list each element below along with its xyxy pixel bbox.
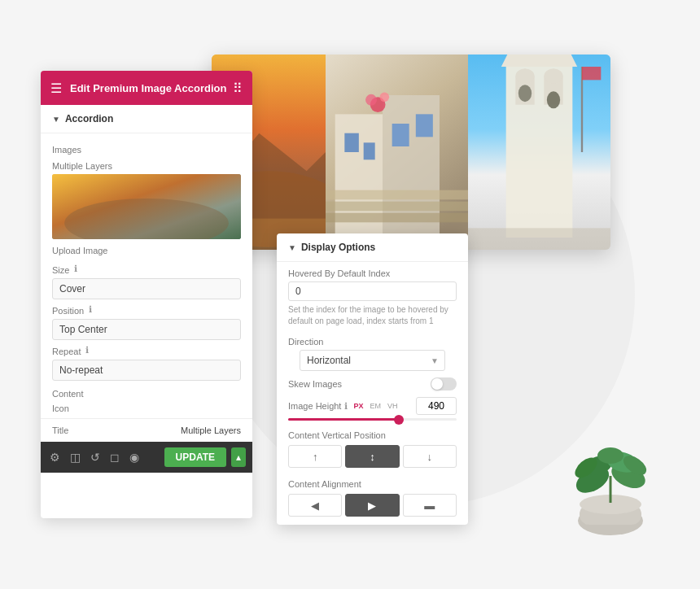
svg-point-22 — [544, 68, 562, 84]
align-center-btn[interactable]: ▶ — [345, 494, 399, 517]
unit-px[interactable]: PX — [351, 401, 365, 411]
size-label: Size — [52, 265, 69, 275]
preview-icon[interactable]: ◉ — [127, 451, 142, 464]
hovered-index-label: Hovered By Default Index — [288, 268, 457, 278]
image-height-row: Image Height ℹ PX EM VH — [277, 390, 468, 415]
hovered-hint: Set the index for the image to be hovere… — [277, 301, 468, 330]
responsive-icon[interactable]: ◻ — [107, 451, 122, 464]
svg-rect-11 — [326, 190, 468, 200]
svg-rect-9 — [392, 124, 409, 146]
form-section: Images Multiple Layers — [41, 133, 252, 386]
grid-icon[interactable]: ⠿ — [233, 81, 243, 96]
update-button[interactable]: UPDATE — [164, 447, 226, 467]
accordion-header[interactable]: ▼ Accordion — [41, 105, 252, 133]
layers-icon[interactable]: ◫ — [68, 451, 83, 464]
upload-image-label[interactable]: Upload Image — [52, 246, 241, 255]
image-height-input[interactable] — [416, 397, 457, 415]
repeat-info-icon[interactable]: ℹ — [85, 345, 89, 356]
alignment-btn-group: ◀ ▶ ▬ — [277, 494, 468, 517]
editor-panel: ☰ Edit Premium Image Accordion ⠿ ▼ Accor… — [41, 71, 252, 518]
repeat-row: Repeat ℹ — [52, 340, 241, 360]
size-value[interactable]: Cover — [52, 278, 241, 299]
content-label: Content — [41, 386, 252, 400]
skew-label: Skew Images — [288, 379, 342, 389]
title-value: Multiple Layers — [181, 425, 241, 435]
repeat-value[interactable]: No-repeat — [52, 360, 241, 381]
accordion-label: Accordion — [65, 113, 113, 124]
vertical-position-field: Content Vertical Position — [277, 424, 468, 440]
accordion-image-2 — [326, 55, 468, 250]
svg-rect-6 — [344, 133, 359, 152]
direction-label: Direction — [288, 337, 457, 347]
accordion-arrow: ▼ — [52, 115, 60, 124]
slider-track — [288, 418, 457, 421]
height-label-wrap: Image Height ℹ PX EM VH — [288, 401, 400, 412]
hamburger-icon[interactable]: ☰ — [50, 81, 62, 96]
alignment-field: Content Alignment — [277, 473, 468, 489]
vertical-top-btn[interactable]: ↑ — [288, 445, 342, 468]
settings-icon[interactable]: ⚙ — [47, 451, 63, 464]
vertical-middle-btn[interactable]: ↕ — [345, 445, 399, 468]
skew-toggle[interactable] — [431, 377, 457, 390]
svg-point-20 — [515, 68, 534, 84]
update-dropdown-button[interactable]: ▴ — [231, 447, 246, 467]
position-row: Position ℹ — [52, 299, 241, 319]
undo-icon[interactable]: ↺ — [88, 451, 103, 464]
direction-field: Direction Horizontal Vertical ▼ — [277, 330, 468, 371]
position-label: Position — [52, 306, 84, 316]
unit-vh[interactable]: VH — [385, 401, 400, 411]
align-right-btn[interactable]: ▬ — [403, 494, 457, 517]
direction-select[interactable]: Horizontal Vertical — [300, 350, 445, 371]
hovered-index-input[interactable] — [288, 281, 457, 301]
svg-point-16 — [380, 93, 390, 103]
position-info-icon[interactable]: ℹ — [89, 304, 92, 315]
accordion-image-3 — [468, 55, 610, 250]
size-info-icon[interactable]: ℹ — [74, 264, 77, 274]
icon-label: Icon — [41, 400, 252, 415]
preview-image — [52, 174, 241, 239]
repeat-label: Repeat — [52, 347, 81, 356]
svg-rect-13 — [326, 213, 468, 223]
vertical-bottom-btn[interactable]: ↓ — [403, 445, 457, 468]
accordion-preview — [212, 55, 610, 250]
header-left: ☰ Edit Premium Image Accordion — [50, 81, 226, 96]
svg-rect-12 — [326, 202, 468, 212]
hovered-index-field: Hovered By Default Index — [277, 262, 468, 301]
editor-title: Edit Premium Image Accordion — [70, 82, 226, 94]
display-options-panel: ▼ Display Options Hovered By Default Ind… — [277, 233, 468, 525]
bottom-toolbar: ⚙ ◫ ↺ ◻ ◉ UPDATE ▴ — [41, 442, 252, 473]
image-preview — [52, 174, 241, 239]
direction-select-wrap: Horizontal Vertical ▼ — [288, 350, 457, 371]
svg-point-24 — [547, 91, 560, 108]
alignment-label: Content Alignment — [288, 479, 457, 489]
display-options-title: Display Options — [301, 242, 375, 253]
multiple-layers-label: Multiple Layers — [52, 161, 241, 171]
position-value[interactable]: Top Center — [52, 319, 241, 340]
align-left-btn[interactable]: ◀ — [288, 494, 342, 517]
svg-point-15 — [365, 94, 377, 106]
slider-thumb[interactable] — [394, 415, 404, 425]
skew-images-row: Skew Images — [277, 371, 468, 390]
svg-rect-27 — [468, 228, 610, 250]
svg-rect-29 — [582, 67, 601, 80]
unit-tabs: PX EM VH — [351, 401, 400, 411]
height-info-icon[interactable]: ℹ — [344, 401, 348, 412]
vertical-position-label: Content Vertical Position — [288, 430, 457, 440]
do-arrow: ▼ — [288, 243, 296, 252]
svg-rect-10 — [416, 114, 433, 137]
images-label: Images — [52, 145, 241, 155]
vertical-btn-group: ↑ ↕ ↓ — [277, 445, 468, 468]
title-label: Title — [52, 425, 68, 435]
plant-decoration — [562, 431, 659, 540]
display-options-header[interactable]: ▼ Display Options — [277, 233, 468, 262]
image-height-label: Image Height — [288, 401, 341, 411]
svg-rect-7 — [364, 142, 375, 159]
title-row: Title Multiple Layers — [41, 418, 252, 442]
svg-marker-25 — [501, 55, 577, 67]
editor-header: ☰ Edit Premium Image Accordion ⠿ — [41, 71, 252, 105]
unit-em[interactable]: EM — [367, 401, 383, 411]
accordion-section[interactable]: ▼ Accordion — [41, 105, 252, 133]
svg-point-40 — [597, 447, 623, 464]
svg-point-23 — [518, 85, 532, 102]
height-slider[interactable] — [277, 415, 468, 424]
